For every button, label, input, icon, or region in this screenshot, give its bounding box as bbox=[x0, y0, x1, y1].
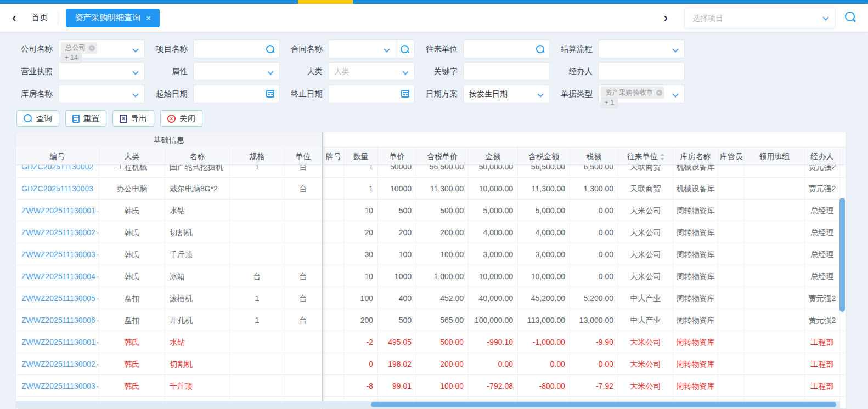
contract-name-select[interactable] bbox=[329, 40, 396, 58]
table-cell bbox=[718, 375, 745, 397]
table-cell bbox=[718, 243, 745, 265]
company-more-badge[interactable]: + 14 bbox=[61, 53, 82, 63]
counterparty-field[interactable] bbox=[463, 39, 550, 58]
tag-remove-icon[interactable]: × bbox=[656, 90, 662, 96]
column-header[interactable]: 单价 bbox=[378, 147, 416, 165]
table-row[interactable]: ZWWZ202511130002·韩氏切割机20200200.004,000.0… bbox=[16, 221, 846, 243]
attribute-select[interactable] bbox=[193, 62, 280, 81]
table-cell bbox=[322, 331, 344, 353]
table-row[interactable]: ZWWZ202511130004·韩氏冰箱台台1010001,000.0010,… bbox=[16, 265, 846, 287]
query-button[interactable]: 查询 bbox=[16, 110, 59, 127]
contract-search-button[interactable] bbox=[396, 40, 414, 58]
tab-home[interactable]: 首页 bbox=[31, 13, 48, 23]
table-row[interactable]: ZWWZ202511130001·韩氏水钻10500500.005,000.00… bbox=[16, 200, 846, 221]
table-cell: 总经理 bbox=[805, 200, 840, 221]
table-row[interactable]: ZWWZ202511130001·韩氏水钻-2495.05500.00-990.… bbox=[16, 331, 846, 353]
doc-number-link[interactable]: GDZC202511130003 bbox=[16, 178, 99, 200]
doc-number-link[interactable]: ZWWZ202511130004· bbox=[16, 265, 99, 287]
doc-number-link[interactable]: ZWWZ202511130002· bbox=[16, 353, 99, 375]
doc-number-link[interactable]: GDZC202511130002 bbox=[16, 165, 99, 178]
table-cell bbox=[322, 200, 344, 221]
column-header[interactable]: 领用班组 bbox=[745, 147, 805, 165]
column-header[interactable]: 规格 bbox=[230, 147, 285, 165]
table-row[interactable]: ZWWZ202511130005·盘扣滚槽机1台100400452.0040,0… bbox=[16, 287, 846, 309]
company-name-multiselect[interactable]: 总公司× + 14 bbox=[58, 39, 145, 58]
table-cell: 0.00 bbox=[570, 200, 618, 221]
business-license-select[interactable] bbox=[58, 62, 145, 81]
table-cell: 0.00 bbox=[570, 243, 618, 265]
horizontal-scrollbar-thumb[interactable] bbox=[371, 402, 836, 407]
column-header[interactable]: 金额 bbox=[469, 147, 518, 165]
doc-number-link[interactable]: ZWWZ202511130001· bbox=[16, 200, 99, 221]
table-row[interactable]: ZWWZ202511130003·韩氏千斤顶30100100.003,000.0… bbox=[16, 243, 846, 265]
column-header[interactable]: 单位 bbox=[285, 147, 322, 165]
table-row[interactable]: GDZC202511130002工程机械国产轮式挖掘机1台15000056,50… bbox=[16, 165, 846, 178]
column-header[interactable]: 数量 bbox=[344, 147, 378, 165]
horizontal-scrollbar[interactable] bbox=[16, 401, 840, 408]
table-cell: 切割机 bbox=[165, 353, 230, 375]
tab-active-label: 资产采购明细查询 bbox=[75, 13, 140, 23]
keyword-input[interactable] bbox=[464, 63, 549, 80]
close-button[interactable]: ×关闭 bbox=[160, 110, 202, 127]
column-header[interactable]: 经办人 bbox=[805, 147, 840, 165]
doc-type-multiselect[interactable]: 资产采购验收单× + 1 bbox=[598, 84, 685, 103]
tab-active-asset-purchase-detail-query[interactable]: 资产采购明细查询 × bbox=[66, 9, 160, 27]
column-header[interactable]: 库房名称 bbox=[673, 147, 718, 165]
column-header[interactable]: 牌号 bbox=[322, 147, 344, 165]
doc-number-link[interactable]: ZWWZ202511130002· bbox=[16, 221, 99, 243]
handler-input[interactable] bbox=[599, 63, 684, 80]
column-header[interactable]: 含税金额 bbox=[518, 147, 570, 165]
table-row[interactable]: GDZC202511130003办公电脑戴尔电脑8G*2台11000011,30… bbox=[16, 178, 846, 200]
project-name-field[interactable] bbox=[193, 39, 280, 58]
table-cell: 盘扣 bbox=[99, 309, 165, 331]
column-header[interactable]: 大类 bbox=[99, 147, 165, 165]
table-row[interactable]: ZWWZ202511130003·韩氏千斤顶-899.01100.00-792.… bbox=[16, 375, 846, 397]
end-date-field[interactable] bbox=[328, 84, 415, 103]
settlement-flow-select[interactable] bbox=[598, 39, 685, 58]
table-cell bbox=[745, 165, 805, 178]
frozen-pane-divider[interactable] bbox=[322, 132, 323, 408]
date-scheme-select[interactable]: 按发生日期 bbox=[463, 84, 550, 103]
column-header[interactable]: 税额 bbox=[570, 147, 618, 165]
project-select[interactable]: 选择项目 bbox=[684, 8, 835, 29]
doc-number-link[interactable]: ZWWZ202511130001· bbox=[16, 331, 99, 353]
handler-field[interactable] bbox=[598, 62, 685, 81]
tabs-forward-chevron-icon[interactable]: › bbox=[664, 12, 668, 24]
start-date-field[interactable] bbox=[193, 84, 280, 103]
tag-remove-icon[interactable]: × bbox=[89, 45, 95, 51]
company-tag[interactable]: 总公司× bbox=[61, 42, 97, 54]
doc-number-link[interactable]: ZWWZ202511130006· bbox=[16, 309, 99, 331]
group-header-basic-info: 基础信息 bbox=[16, 132, 322, 147]
column-header[interactable]: 编号 bbox=[16, 147, 99, 165]
doc-number-link[interactable]: ZWWZ202511130005· bbox=[16, 287, 99, 309]
document-icon bbox=[72, 115, 80, 123]
doc-type-tag[interactable]: 资产采购验收单× bbox=[601, 87, 664, 99]
table-cell bbox=[718, 309, 745, 331]
global-search-button[interactable] bbox=[845, 12, 856, 25]
vertical-scrollbar-thumb[interactable] bbox=[839, 198, 845, 312]
table-row[interactable]: ZWWZ202511130006·盘扣开孔机1台200500565.00100,… bbox=[16, 309, 846, 331]
table-row[interactable]: ZWWZ202511130002·韩氏切割机0198.02200.000.000… bbox=[16, 353, 846, 375]
reset-button[interactable]: 重置 bbox=[65, 110, 106, 127]
doc-type-more-badge[interactable]: + 1 bbox=[601, 98, 618, 108]
table-cell: 大米公司 bbox=[618, 375, 673, 397]
tab-close-icon[interactable]: × bbox=[146, 14, 151, 22]
table-cell: 韩氏 bbox=[99, 353, 165, 375]
table-cell: 100 bbox=[378, 243, 416, 265]
column-header[interactable]: 名称 bbox=[165, 147, 230, 165]
column-header[interactable]: 库管员 bbox=[718, 147, 745, 165]
column-header[interactable]: 往来单位 bbox=[618, 147, 673, 165]
warehouse-name-select[interactable] bbox=[58, 84, 145, 103]
tabs-back-chevron-icon[interactable]: ‹ bbox=[12, 12, 16, 24]
column-header[interactable]: 含税单价 bbox=[416, 147, 469, 165]
doc-number-link[interactable]: ZWWZ202511130003· bbox=[16, 243, 99, 265]
doc-number-link[interactable]: ZWWZ202511130003· bbox=[16, 375, 99, 397]
table-cell: 0.00 bbox=[570, 353, 618, 375]
chevron-down-icon bbox=[402, 69, 408, 75]
table-cell bbox=[745, 287, 805, 309]
export-button[interactable]: X导出 bbox=[112, 110, 154, 127]
chevron-down-icon bbox=[132, 91, 138, 97]
category-select[interactable]: 大类 bbox=[328, 62, 415, 81]
sort-icon[interactable] bbox=[660, 154, 664, 160]
keyword-field[interactable] bbox=[463, 62, 550, 81]
